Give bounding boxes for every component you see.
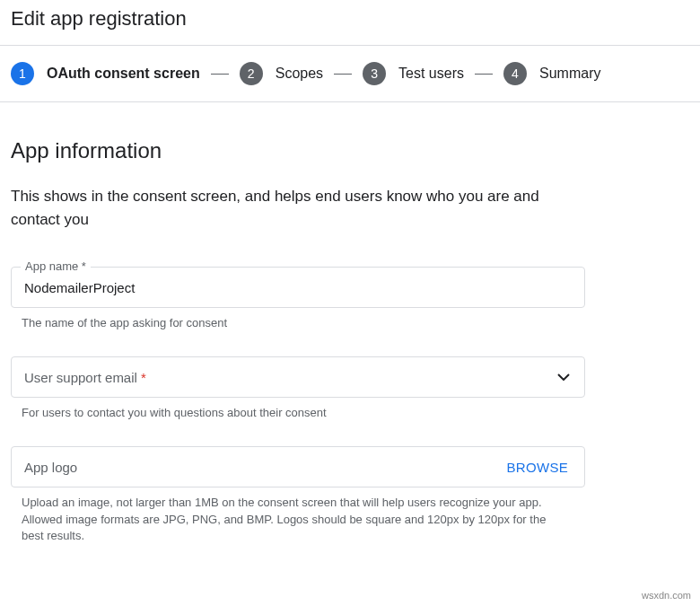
app-name-helper: The name of the app asking for consent xyxy=(11,315,567,331)
step-label: OAuth consent screen xyxy=(47,66,200,82)
support-email-label: User support email * xyxy=(12,359,557,396)
app-name-input[interactable] xyxy=(12,269,584,306)
step-label: Scopes xyxy=(276,66,323,82)
step-label: Test users xyxy=(398,66,464,82)
step-label: Summary xyxy=(539,66,600,82)
step-connector xyxy=(211,74,229,75)
browse-button[interactable]: BROWSE xyxy=(507,460,584,475)
step-test-users[interactable]: 3 Test users xyxy=(363,62,464,85)
app-logo-field-group: App logo BROWSE Upload an image, not lar… xyxy=(11,446,585,544)
required-asterisk: * xyxy=(141,370,146,385)
chevron-down-icon[interactable] xyxy=(557,373,584,381)
content-area: App information This shows in the consen… xyxy=(0,102,700,587)
support-email-field-group: User support email * For users to contac… xyxy=(11,356,585,421)
section-description: This shows in the consent screen, and he… xyxy=(11,185,558,231)
step-number-icon: 2 xyxy=(240,62,263,85)
step-scopes[interactable]: 2 Scopes xyxy=(240,62,323,85)
support-email-field[interactable]: User support email * xyxy=(11,356,585,398)
step-number-icon: 3 xyxy=(363,62,386,85)
step-number-icon: 4 xyxy=(503,62,527,85)
app-name-field[interactable]: App name * xyxy=(11,267,585,308)
app-logo-helper: Upload an image, not larger than 1MB on … xyxy=(11,495,567,544)
support-email-helper: For users to contact you with questions … xyxy=(11,405,567,421)
step-connector xyxy=(475,74,493,75)
app-name-field-group: App name * The name of the app asking fo… xyxy=(11,267,585,331)
step-oauth-consent[interactable]: 1 OAuth consent screen xyxy=(11,62,200,85)
stepper: 1 OAuth consent screen 2 Scopes 3 Test u… xyxy=(0,46,700,101)
step-connector xyxy=(334,74,352,75)
app-logo-label: App logo xyxy=(12,449,507,486)
app-logo-field[interactable]: App logo BROWSE xyxy=(11,446,585,487)
section-heading: App information xyxy=(11,138,689,163)
page-title: Edit app registration xyxy=(0,0,700,45)
step-summary[interactable]: 4 Summary xyxy=(503,62,600,85)
step-number-icon: 1 xyxy=(11,62,34,85)
app-name-label: App name * xyxy=(21,259,91,273)
